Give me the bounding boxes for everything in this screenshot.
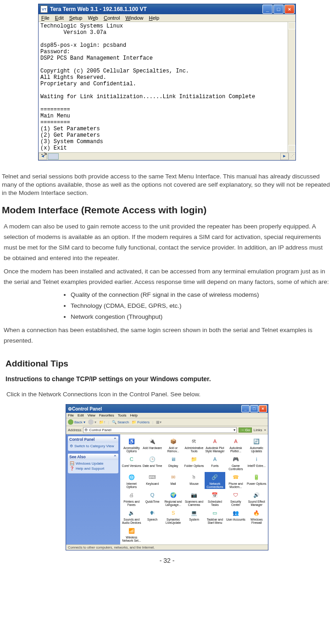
up-button[interactable]: 📁↑ [99,420,106,424]
switch-category-view-link[interactable]: ⚙ Switch to Category View [70,444,117,448]
cp-item-administrative-tools[interactable]: 🛠Administrative Tools [184,436,204,453]
cp-item-fonts[interactable]: AFonts [205,454,225,471]
cp-item-system[interactable]: 💻System [184,508,204,525]
cp-item-automatic-updates[interactable]: 🔄Automatic Updates [246,436,267,453]
cp-item-user-accounts[interactable]: 👥User Accounts [225,508,246,525]
maximize-button[interactable]: □ [273,5,284,14]
forward-icon [88,419,94,425]
menu-window[interactable]: Window [125,15,143,21]
cp-item-sounds-and-audio-devices[interactable]: 🔉Sounds and Audio Devices [121,508,142,525]
address-bar: Address ⚙ Control Panel▾ → Go Links » [66,426,268,434]
cp-item-icon: S [169,508,178,517]
cp-item-label: Accessibility Options [122,446,141,453]
scrollbar-vertical[interactable] [288,22,295,152]
cp-item-taskbar-and-start-menu[interactable]: ▭Taskbar and Start Menu [205,508,225,525]
cp-item-internet-options[interactable]: 🌐Internet Options [121,472,142,489]
cp-item-icon: 🕒 [148,455,157,464]
menu-tools[interactable]: Tools [118,413,127,417]
cp-item-icon: 📷 [189,490,199,500]
cp-item-folder-options[interactable]: 📁Folder Options [184,454,204,471]
cp-item-label: Sounds and Audio Devices [122,518,141,524]
scrollbar-horizontal[interactable]: ◄ ► ⋰ [39,152,295,160]
links-label[interactable]: Links [254,428,262,432]
cp-item-keyboard[interactable]: ⌨Keyboard [142,472,162,489]
menu-web[interactable]: Web [88,15,98,21]
minimize-button[interactable]: _ [241,405,250,412]
help-support-link[interactable]: ❓ Help and Support [70,466,117,471]
cp-item-security-center[interactable]: 🛡Security Center [225,490,246,507]
cp-item-wireless-network-set-[interactable]: 📶Wireless Network Set... [121,526,142,543]
minimize-button[interactable]: _ [262,5,273,14]
cp-item-label: Autodesk Plotter... [226,446,245,453]
cp-item-printers-and-faxes[interactable]: 🖨Printers and Faxes [121,490,142,507]
control-panel-title: Control Panel [72,406,102,411]
forward-button[interactable]: ▾ [88,419,96,425]
cp-item-phone-and-modem-[interactable]: ☎Phone and Modem... [225,472,246,489]
menu-help[interactable]: Help [149,15,160,21]
menu-view[interactable]: View [88,413,95,417]
cp-item-autodesk-plotter-[interactable]: AAutodesk Plotter... [225,436,246,453]
collapse-icon[interactable]: ⌃ [113,455,117,459]
cp-item-intel-extre-[interactable]: iIntel® Extre... [246,454,267,471]
address-field[interactable]: ⚙ Control Panel▾ [83,427,237,433]
cp-item-icon: 📦 [169,437,178,446]
cp-item-date-and-time[interactable]: 🕒Date and Time [142,454,162,471]
cp-item-icon: 📅 [210,490,219,500]
cp-item-accessibility-options[interactable]: ♿Accessibility Options [121,436,142,453]
maximize-button[interactable]: □ [250,405,258,412]
terminal-output[interactable]: Technologic Systems Linux Version 3.07a … [39,22,295,152]
windows-update-link[interactable]: 🪟 Windows Update [70,461,117,466]
cp-item-quicktime[interactable]: QQuickTime [142,490,162,507]
address-label: Address [68,428,81,432]
scroll-right-icon[interactable]: ► [280,153,289,160]
menu-help[interactable]: Help [130,413,137,417]
cp-item-network-connections[interactable]: 🔗Network Connections [205,472,225,489]
cp-item-autodesk-plot-style-manager[interactable]: AAutodesk Plot Style Manager [205,436,225,453]
folders-button[interactable]: 📁 Folders [132,420,150,424]
cp-item-mail[interactable]: ✉Mail [163,472,184,489]
menu-favorites[interactable]: Favorites [99,413,114,417]
menu-file[interactable]: File [41,15,50,21]
cp-item-speech[interactable]: 🗣Speech [142,508,162,525]
cp-item-corel-versions[interactable]: CCorel Versions [121,454,142,471]
scroll-thumb[interactable] [48,153,59,160]
back-button[interactable]: Back ▾ [68,419,85,425]
cp-item-power-options[interactable]: 🔋Power Options [246,472,267,489]
menu-edit[interactable]: Edit [78,413,84,417]
cp-item-icon: 🗣 [148,508,157,517]
modem-paragraph-3: When a connection has been established, … [4,325,330,346]
cp-item-icon: 🌐 [127,472,136,482]
menu-edit[interactable]: Edit [55,15,64,21]
close-button[interactable]: × [259,405,267,412]
cp-item-add-hardware[interactable]: 🔌Add Hardware [142,436,162,453]
close-button[interactable]: × [284,5,295,14]
cp-item-game-controllers[interactable]: 🎮Game Controllers [225,454,246,471]
cp-item-sound-effect-manager[interactable]: 🔊Sound Effect Manager [246,490,267,507]
cp-item-windows-firewall[interactable]: 🔥Windows Firewall [246,508,267,525]
cp-item-regional-and-language-[interactable]: 🌍Regional and Language... [163,490,184,507]
menu-setup[interactable]: Setup [69,15,83,21]
search-button[interactable]: 🔍 Search [112,420,129,424]
cp-item-mouse[interactable]: 🖱Mouse [184,472,204,489]
go-button[interactable]: → Go [239,427,252,433]
heading-modem-interface: Modem Interface (Remote Access with logi… [2,205,332,216]
teraterm-menubar: File Edit Setup Web Control Window Help [39,14,295,22]
intro-paragraph: Telnet and serial sessions both provide … [2,172,332,197]
menu-file[interactable]: File [68,413,74,417]
collapse-icon[interactable]: ⌃ [113,437,117,442]
cp-item-icon: ✉ [169,472,178,482]
cp-item-icon: 🖥 [169,455,178,464]
control-panel-titlebar: ⚙ Control Panel _ □ × [66,405,268,413]
cp-item-scheduled-tasks[interactable]: 📅Scheduled Tasks [205,490,225,507]
cp-item-icon: 🔄 [252,437,261,446]
views-button[interactable]: ▦▾ [156,420,161,424]
menu-control[interactable]: Control [104,15,120,21]
cp-item-scanners-and-cameras[interactable]: 📷Scanners and Cameras [184,490,204,507]
cp-item-label: User Accounts [226,518,245,521]
cp-item-icon: 👥 [231,508,240,517]
cp-item-symantec-liveupdate[interactable]: SSymantec LiveUpdate [163,508,184,525]
cp-item-add-or-remov-[interactable]: 📦Add or Remov... [163,436,184,453]
cp-item-label: Speech [147,518,157,521]
resize-grip-icon[interactable]: ⋰ [289,153,295,160]
cp-item-display[interactable]: 🖥Display [163,454,184,471]
